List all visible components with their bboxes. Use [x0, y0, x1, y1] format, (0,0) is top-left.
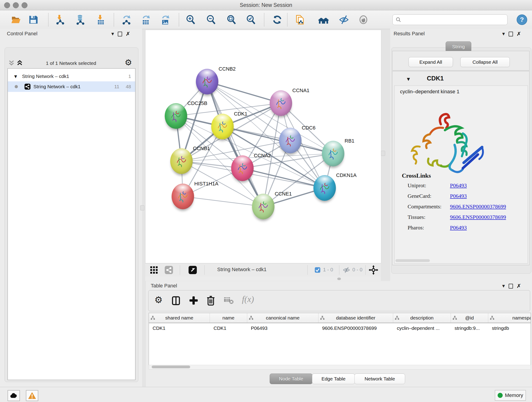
network-node-CCNA1[interactable]	[270, 90, 292, 116]
crosslink-link[interactable]: P06493	[450, 225, 467, 231]
delete-table-icon[interactable]	[224, 297, 234, 305]
column-header-shared-name[interactable]: shared name	[149, 313, 210, 323]
network-node-CCNA2[interactable]	[231, 155, 254, 181]
float-panel-icon[interactable]	[509, 32, 513, 36]
float-panel-icon[interactable]	[509, 284, 513, 288]
left-splitter-handle[interactable]	[140, 205, 144, 211]
column-header-canonical-name[interactable]: canonical name	[247, 313, 318, 323]
crosslink-link[interactable]: P06493	[450, 182, 467, 189]
apply-layout-icon[interactable]	[272, 14, 283, 26]
table-cell[interactable]: CDK1	[210, 323, 247, 333]
hide-selected-icon[interactable]	[338, 14, 350, 26]
panel-menu-icon[interactable]: ▼	[111, 32, 114, 36]
network-canvas[interactable]: CCNB2CCNA1CDC25BCDK1CDC6RB1CCNB1CCNA2CDK…	[145, 30, 381, 264]
network-node-HIST1H1A[interactable]	[172, 184, 194, 209]
network-node-CDKN1A[interactable]	[313, 175, 336, 201]
column-header-database-identifier[interactable]: database identifier	[318, 313, 393, 323]
import-network-from-database-icon[interactable]	[75, 14, 86, 26]
search-field[interactable]	[393, 14, 507, 25]
node-label-HIST1H1A: HIST1H1A	[194, 181, 218, 187]
crosslink-link[interactable]: 9606.ENSP00000378699	[450, 204, 506, 210]
expand-all-chevron-icon[interactable]	[17, 60, 23, 66]
network-node-CCNB1[interactable]	[170, 148, 193, 174]
network-node-CDC25B[interactable]	[165, 103, 187, 129]
zoom-selected-icon[interactable]	[245, 14, 257, 26]
help-button[interactable]: ?	[516, 14, 528, 26]
expand-all-button[interactable]: Expand All	[409, 57, 453, 67]
network-options-gear-icon[interactable]: ⚙	[125, 58, 132, 67]
show-all-icon[interactable]	[358, 14, 369, 26]
import-network-from-file-icon[interactable]	[54, 14, 66, 26]
column-header-description[interactable]: description	[393, 313, 451, 323]
network-node-RB1[interactable]	[322, 141, 344, 166]
control-panel-window-icons: ▼ ✗	[111, 31, 130, 37]
table-hscrollbar-thumb[interactable]	[152, 366, 190, 368]
section-collapse-icon[interactable]: ▼	[407, 77, 410, 81]
table-cell[interactable]: 9606.ENSP00000378699	[318, 323, 393, 333]
horizontal-splitter[interactable]	[145, 277, 381, 281]
save-session-icon[interactable]	[27, 14, 39, 26]
node-table[interactable]: shared namenamecanonical namedatabase id…	[149, 313, 531, 365]
zoom-in-icon[interactable]	[185, 14, 196, 26]
tab-string[interactable]: String	[446, 41, 471, 52]
cloud-button[interactable]	[7, 390, 20, 401]
crosslink-link[interactable]: P06493	[450, 193, 467, 199]
column-header-name[interactable]: name	[210, 313, 247, 323]
edge-CDK1-RB1[interactable]	[222, 127, 333, 153]
table-cell[interactable]: stringdb:9...	[451, 323, 488, 333]
panel-menu-icon[interactable]: ▼	[502, 32, 505, 36]
export-network-icon[interactable]	[120, 14, 132, 26]
create-column-icon[interactable]	[189, 296, 198, 305]
network-view-icon[interactable]	[165, 266, 173, 274]
column-header-@id[interactable]: @id	[451, 313, 488, 323]
float-panel-icon[interactable]	[118, 32, 122, 36]
collapse-all-chevron-icon[interactable]	[8, 60, 15, 66]
table-cell[interactable]: stringdb	[488, 323, 531, 333]
network-node-CDK1[interactable]	[211, 114, 234, 139]
import-table-from-file-icon[interactable]	[95, 14, 107, 26]
tab-network-table[interactable]: Network Table	[355, 374, 405, 384]
delete-columns-icon[interactable]	[207, 295, 215, 306]
table-cell[interactable]: CDK1	[149, 323, 210, 333]
protein-structure-image[interactable]	[406, 106, 487, 182]
collapse-all-button[interactable]: Collapse All	[460, 57, 510, 67]
tab-node-table[interactable]: Node Table	[270, 374, 312, 384]
crosslink-link[interactable]: 9606.ENSP00000378699	[450, 214, 506, 220]
close-panel-icon[interactable]: ✗	[517, 31, 521, 37]
close-panel-icon[interactable]: ✗	[126, 31, 130, 37]
warning-button[interactable]	[26, 390, 38, 401]
close-panel-icon[interactable]: ✗	[517, 283, 521, 289]
column-header-namespace[interactable]: namespace	[488, 313, 531, 323]
search-input[interactable]	[403, 17, 507, 23]
network-node-CCNB2[interactable]	[196, 69, 218, 95]
memory-button[interactable]: Memory	[495, 390, 526, 401]
selected-indicator-checkbox-icon[interactable]	[315, 267, 320, 273]
network-node-CDC6[interactable]	[279, 128, 302, 153]
open-session-icon[interactable]	[10, 14, 22, 26]
right-splitter-handle[interactable]	[381, 151, 385, 156]
edge-HIST1H1A-CCNE1[interactable]	[183, 196, 263, 206]
table-row[interactable]: CDK1CDK1P064939606.ENSP00000378699cyclin…	[149, 323, 531, 333]
table-cell[interactable]: cyclin–dependent ...	[393, 323, 451, 333]
network-collection-row[interactable]: ▼ String Network – cdk1 1	[8, 71, 135, 81]
network-node-CCNE1[interactable]	[252, 194, 274, 219]
new-network-from-selection-icon[interactable]	[294, 14, 306, 26]
tab-edge-table[interactable]: Edge Table	[312, 374, 355, 384]
birds-eye-view-icon[interactable]	[188, 266, 197, 274]
first-neighbors-icon[interactable]	[318, 14, 329, 26]
show-columns-icon[interactable]	[172, 296, 180, 305]
table-options-gear-icon[interactable]: ⚙	[154, 294, 163, 305]
tree-expand-icon[interactable]: ▼	[14, 74, 17, 79]
edge-CCNB2-CCNE1[interactable]	[207, 82, 263, 206]
panel-menu-icon[interactable]: ▼	[502, 284, 505, 288]
zoom-fit-icon[interactable]	[226, 14, 237, 26]
zoom-out-icon[interactable]	[205, 14, 217, 26]
export-table-icon[interactable]	[140, 14, 152, 26]
grid-view-icon[interactable]	[150, 266, 158, 274]
export-image-icon[interactable]	[159, 14, 171, 26]
table-cell[interactable]: P06493	[247, 323, 318, 333]
table-hscrollbar-track[interactable]	[149, 365, 531, 370]
pan-mode-icon[interactable]	[369, 265, 378, 275]
network-row-selected[interactable]: String Network – cdk1 11 48	[8, 81, 135, 92]
section-scrollbar-thumb[interactable]	[395, 259, 430, 262]
